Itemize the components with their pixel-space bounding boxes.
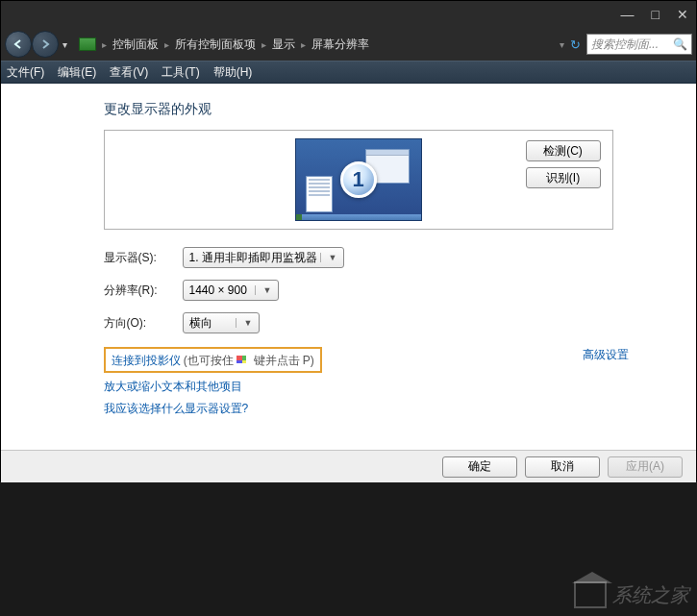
resolution-label: 分辨率(R):: [104, 283, 183, 299]
orientation-value: 横向: [189, 315, 212, 332]
chevron-right-icon: ▸: [261, 39, 266, 50]
identify-button[interactable]: 识别(I): [526, 167, 601, 188]
resolution-value: 1440 × 900: [189, 283, 247, 297]
detect-button[interactable]: 检测(C): [526, 140, 601, 161]
explorer-window: — □ ✕ ▾ ▸ 控制面板 ▸ 所有控制面板项 ▸ 显示 ▸ 屏幕分辨率 ▾ …: [0, 0, 697, 481]
breadcrumb[interactable]: ▸ 控制面板 ▸ 所有控制面板项 ▸ 显示 ▸ 屏幕分辨率: [79, 37, 369, 53]
breadcrumb-item[interactable]: 所有控制面板项: [175, 37, 256, 53]
dialog-footer: 确定 取消 应用(A): [1, 450, 696, 482]
house-icon: [574, 581, 607, 608]
text-scaling-link[interactable]: 放大或缩小文本和其他项目: [104, 379, 613, 395]
control-panel-icon: [79, 37, 96, 51]
apply-button: 应用(A): [608, 456, 683, 478]
watermark: 系统之家: [574, 581, 689, 608]
monitor-number-badge: 1: [340, 161, 377, 198]
advanced-settings-link[interactable]: 高级设置: [583, 347, 629, 363]
ok-button[interactable]: 确定: [442, 456, 517, 478]
watermark-text: 系统之家: [612, 582, 689, 608]
orientation-dropdown[interactable]: 横向 ▼: [183, 312, 260, 333]
menu-bar: 文件(F) 编辑(E) 查看(V) 工具(T) 帮助(H): [1, 61, 696, 84]
orientation-row: 方向(O): 横向 ▼: [104, 312, 613, 333]
display-help-link[interactable]: 我应该选择什么显示器设置?: [104, 401, 613, 417]
menu-help[interactable]: 帮助(H): [213, 64, 253, 81]
window-titlebar: — □ ✕: [1, 1, 696, 28]
links-area: 高级设置 连接到投影仪 (也可按住 键并点击 P) 放大或缩小文本和其他项目 我…: [104, 347, 613, 417]
resolution-dropdown[interactable]: 1440 × 900 ▼: [183, 280, 279, 301]
connect-projector-link[interactable]: 连接到投影仪: [112, 354, 181, 367]
taskbar-thumbnail-icon: [296, 214, 421, 220]
document-thumbnail-icon: [306, 176, 333, 212]
settings-form: 显示器(S): 1. 通用非即插即用监视器 ▼ 分辨率(R): 1440 × 9…: [104, 247, 613, 333]
minimize-button[interactable]: —: [621, 7, 635, 22]
menu-file[interactable]: 文件(F): [7, 64, 44, 81]
windows-key-icon: [236, 356, 250, 367]
resolution-row: 分辨率(R): 1440 × 900 ▼: [104, 280, 613, 301]
monitor-preview[interactable]: 1: [295, 138, 422, 221]
chevron-down-icon: ▼: [320, 253, 337, 262]
breadcrumb-item[interactable]: 控制面板: [112, 37, 159, 53]
cancel-button[interactable]: 取消: [525, 456, 600, 478]
arrow-right-icon: [39, 38, 51, 50]
content-area: 更改显示器的外观 1 检测(C) 识别(I) 显示器(S): 1. 通用: [1, 84, 696, 450]
history-dropdown-icon[interactable]: ▾: [62, 39, 67, 50]
projector-hint-prefix: (也可按住: [184, 354, 234, 367]
display-label: 显示器(S):: [104, 250, 183, 266]
search-icon: 🔍: [673, 37, 687, 51]
refresh-icon[interactable]: ↻: [570, 37, 581, 52]
back-button[interactable]: [5, 31, 32, 58]
display-row: 显示器(S): 1. 通用非即插即用监视器 ▼: [104, 247, 613, 268]
chevron-right-icon: ▸: [102, 39, 107, 50]
chevron-down-icon: ▼: [236, 318, 253, 328]
monitor-arrangement-panel[interactable]: 1 检测(C) 识别(I): [104, 130, 613, 230]
chevron-down-icon: ▼: [255, 285, 272, 295]
page-title: 更改显示器的外观: [104, 84, 613, 130]
breadcrumb-item[interactable]: 显示: [272, 37, 295, 53]
nav-arrows: [5, 31, 59, 58]
panel-buttons: 检测(C) 识别(I): [526, 140, 601, 188]
arrow-left-icon: [12, 38, 24, 50]
breadcrumb-dropdown-icon[interactable]: ▾: [560, 39, 564, 50]
maximize-button[interactable]: □: [652, 7, 660, 22]
close-button[interactable]: ✕: [677, 7, 688, 22]
search-input[interactable]: 搜索控制面... 🔍: [586, 34, 692, 55]
display-value: 1. 通用非即插即用监视器: [189, 250, 317, 266]
highlighted-projector-link: 连接到投影仪 (也可按住 键并点击 P): [104, 347, 322, 373]
chevron-right-icon: ▸: [164, 39, 169, 50]
forward-button[interactable]: [32, 31, 59, 58]
menu-edit[interactable]: 编辑(E): [58, 64, 96, 81]
menu-view[interactable]: 查看(V): [110, 64, 148, 81]
nav-right: ▾ ↻ 搜索控制面... 🔍: [560, 34, 692, 55]
breadcrumb-item[interactable]: 屏幕分辨率: [311, 37, 369, 53]
orientation-label: 方向(O):: [104, 315, 183, 332]
chevron-right-icon: ▸: [301, 39, 306, 50]
display-dropdown[interactable]: 1. 通用非即插即用监视器 ▼: [183, 247, 344, 268]
navigation-bar: ▾ ▸ 控制面板 ▸ 所有控制面板项 ▸ 显示 ▸ 屏幕分辨率 ▾ ↻ 搜索控制…: [1, 28, 696, 61]
menu-tools[interactable]: 工具(T): [162, 64, 199, 81]
projector-hint-suffix: 键并点击 P): [254, 354, 314, 367]
search-placeholder: 搜索控制面...: [591, 37, 659, 53]
